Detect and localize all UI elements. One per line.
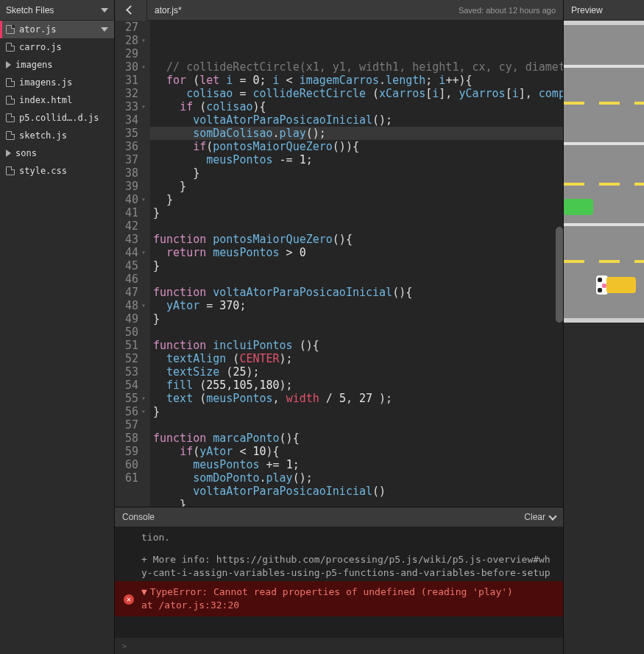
gutter-line: 39 bbox=[115, 180, 146, 193]
console-clear-label: Clear bbox=[524, 512, 545, 522]
code-line[interactable]: somDoPonto.play(); bbox=[150, 471, 563, 485]
main: ator.js* Saved: about 12 hours ago 27 28… bbox=[115, 0, 563, 654]
code-line[interactable]: return meusPontos > 0 bbox=[150, 246, 563, 259]
gutter-line: 45 bbox=[115, 259, 146, 272]
sidebar-item-imagens[interactable]: imagens bbox=[0, 56, 114, 74]
code-line[interactable]: } bbox=[150, 405, 563, 418]
chevron-down-icon bbox=[101, 27, 108, 32]
code-line[interactable]: meusPontos += 1; bbox=[150, 458, 563, 471]
code-line[interactable] bbox=[150, 418, 563, 432]
file-icon bbox=[6, 131, 15, 140]
preview-panel: Preview bbox=[563, 0, 644, 654]
console-prompt[interactable]: > bbox=[115, 638, 563, 654]
lane-dash bbox=[564, 183, 644, 186]
folder-icon bbox=[6, 61, 11, 68]
gutter-line: 29 bbox=[115, 47, 146, 60]
gutter-line: 31 bbox=[115, 74, 146, 87]
console: Console Clear tion. + More info: https:/… bbox=[115, 507, 563, 654]
sidebar-item-index-html[interactable]: index.html bbox=[0, 91, 114, 109]
error-title: TypeError: Cannot read properties of und… bbox=[150, 586, 513, 597]
preview-title: Preview bbox=[564, 0, 644, 21]
gutter-line: 46 bbox=[115, 272, 146, 286]
console-body[interactable]: tion. + More info: https://github.com/pr… bbox=[115, 527, 563, 638]
code-area[interactable]: // collideRectCircle(x1, y1, width1, hei… bbox=[150, 21, 563, 507]
gutter-line: 58 bbox=[115, 432, 146, 445]
code-line[interactable]: meusPontos -= 1; bbox=[150, 153, 563, 166]
gutter-line: 56▾ bbox=[115, 405, 146, 418]
car-yellow bbox=[606, 277, 636, 293]
code-line[interactable]: } bbox=[150, 259, 563, 272]
code-line[interactable]: yAtor = 370; bbox=[150, 299, 563, 312]
file-label: p5.collid….d.js bbox=[19, 113, 99, 123]
file-label: sons bbox=[15, 148, 37, 158]
sidebar: Sketch Files ator.jscarro.jsimagensimage… bbox=[0, 0, 115, 654]
back-button[interactable] bbox=[115, 0, 147, 21]
gutter-line: 52 bbox=[115, 352, 146, 365]
sidebar-item-p5-collid-d-js[interactable]: p5.collid….d.js bbox=[0, 109, 114, 127]
gutter-line: 38 bbox=[115, 166, 146, 180]
code-line[interactable]: function voltaAtorParaPosicaoInicial(){ bbox=[150, 286, 563, 299]
code-line[interactable]: voltaAtorParaPosicaoInicial(); bbox=[150, 113, 563, 127]
error-caret-icon: ▼ bbox=[141, 586, 147, 597]
sidebar-item-imagens-js[interactable]: imagens.js bbox=[0, 74, 114, 91]
gutter-line: 33▾ bbox=[115, 100, 146, 113]
code-line[interactable]: voltaAtorParaPosicaoInicial() bbox=[150, 485, 563, 498]
sidebar-item-style-css[interactable]: style.css bbox=[0, 162, 114, 180]
file-icon bbox=[6, 78, 15, 87]
code-line[interactable]: if(pontosMaiorQueZero()){ bbox=[150, 140, 563, 153]
code-line[interactable]: function marcaPonto(){ bbox=[150, 432, 563, 445]
sidebar-item-ator-js[interactable]: ator.js bbox=[0, 21, 114, 38]
code-line[interactable]: if (colisao){ bbox=[150, 100, 563, 113]
gutter-line: 47 bbox=[115, 286, 146, 299]
lane-line bbox=[564, 65, 644, 68]
code-line[interactable] bbox=[150, 272, 563, 286]
sidebar-item-sons[interactable]: sons bbox=[0, 144, 114, 162]
gutter-line: 42 bbox=[115, 219, 146, 233]
lane-line bbox=[564, 142, 644, 145]
code-line[interactable]: } bbox=[150, 498, 563, 507]
code-line[interactable]: textSize (25); bbox=[150, 365, 563, 379]
gutter-line: 48▾ bbox=[115, 299, 146, 312]
code-line[interactable]: if(yAtor < 10){ bbox=[150, 445, 563, 458]
code-line[interactable]: for (let i = 0; i < imagemCarros.length;… bbox=[150, 74, 563, 87]
code-line[interactable]: } bbox=[150, 312, 563, 326]
sidebar-item-carro-js[interactable]: carro.js bbox=[0, 38, 114, 56]
sidebar-item-sketch-js[interactable]: sketch.js bbox=[0, 127, 114, 144]
lane-line bbox=[564, 223, 644, 226]
code-line[interactable]: } bbox=[150, 206, 563, 219]
code-line[interactable]: // collideRectCircle(x1, y1, width1, hei… bbox=[150, 60, 563, 74]
code-line[interactable]: } bbox=[150, 166, 563, 180]
gutter-line: 60 bbox=[115, 458, 146, 471]
code-line[interactable]: colisao = collideRectCircle (xCarros[i],… bbox=[150, 87, 563, 100]
code-line[interactable]: textAlign (CENTER); bbox=[150, 352, 563, 365]
gutter-line: 41 bbox=[115, 206, 146, 219]
code-line[interactable] bbox=[150, 219, 563, 233]
gutter-line: 34 bbox=[115, 113, 146, 127]
gutter-line: 44▾ bbox=[115, 246, 146, 259]
sidebar-files-toggle[interactable]: Sketch Files bbox=[0, 0, 114, 21]
code-line[interactable]: } bbox=[150, 180, 563, 193]
console-line-truncated: tion. bbox=[115, 530, 563, 546]
console-clear-button[interactable]: Clear bbox=[524, 512, 556, 522]
gutter-line: 54 bbox=[115, 379, 146, 392]
code-line[interactable]: text (meusPontos, width / 5, 27 ); bbox=[150, 392, 563, 405]
gutter-line: 53 bbox=[115, 365, 146, 379]
code-line[interactable]: function incluiPontos (){ bbox=[150, 339, 563, 352]
code-line[interactable] bbox=[150, 326, 563, 339]
file-icon bbox=[6, 166, 15, 175]
code-line[interactable]: fill (255,105,180); bbox=[150, 379, 563, 392]
scrollbar-thumb[interactable] bbox=[556, 227, 563, 323]
gutter-line: 27 bbox=[115, 21, 146, 34]
file-icon bbox=[6, 43, 15, 52]
lane-dash bbox=[564, 102, 644, 105]
console-info: + More info: https://github.com/processi… bbox=[115, 552, 563, 581]
console-spacer bbox=[115, 546, 563, 552]
gutter-line: 30▾ bbox=[115, 60, 146, 74]
gutter-line: 61 bbox=[115, 471, 146, 485]
code-line[interactable]: function pontosMaiorQueZero(){ bbox=[150, 233, 563, 246]
code-editor[interactable]: 27 28▾29 30▾31 32 33▾34 35 36 37 38 39 4… bbox=[115, 21, 563, 507]
chevron-left-icon bbox=[126, 5, 135, 15]
code-line[interactable]: somDaColisao.play(); bbox=[150, 127, 563, 140]
gutter-line: 35 bbox=[115, 127, 146, 140]
code-line[interactable]: } bbox=[150, 193, 563, 206]
